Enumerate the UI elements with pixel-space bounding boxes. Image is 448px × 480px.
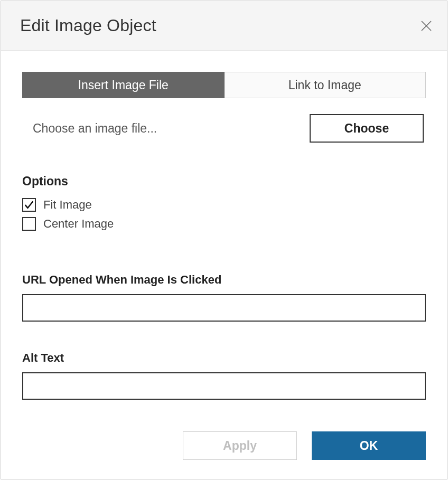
close-icon[interactable]: [421, 20, 432, 32]
edit-image-dialog: Edit Image Object Insert Image File Link…: [1, 1, 447, 479]
fit-image-row: Fit Image: [22, 198, 426, 212]
center-image-label: Center Image: [43, 217, 114, 231]
tab-link-to-image[interactable]: Link to Image: [225, 72, 426, 98]
fit-image-label: Fit Image: [43, 198, 92, 212]
options-heading: Options: [22, 174, 426, 189]
tab-insert-image-file[interactable]: Insert Image File: [22, 72, 225, 98]
choose-file-label: Choose an image file...: [33, 121, 157, 136]
choose-button[interactable]: Choose: [310, 114, 424, 143]
alt-text-input[interactable]: [22, 372, 426, 400]
dialog-footer: Apply OK: [1, 431, 447, 479]
url-input[interactable]: [22, 294, 426, 322]
apply-button[interactable]: Apply: [183, 431, 297, 460]
choose-file-row: Choose an image file... Choose: [22, 114, 426, 143]
url-field-label: URL Opened When Image Is Clicked: [22, 273, 426, 287]
titlebar: Edit Image Object: [1, 1, 447, 51]
fit-image-checkbox[interactable]: [22, 198, 36, 212]
ok-button[interactable]: OK: [312, 431, 426, 460]
center-image-row: Center Image: [22, 217, 426, 231]
alt-text-label: Alt Text: [22, 351, 426, 365]
dialog-title: Edit Image Object: [20, 16, 156, 35]
tab-bar: Insert Image File Link to Image: [22, 72, 426, 98]
center-image-checkbox[interactable]: [22, 217, 36, 231]
dialog-body: Insert Image File Link to Image Choose a…: [1, 51, 447, 431]
